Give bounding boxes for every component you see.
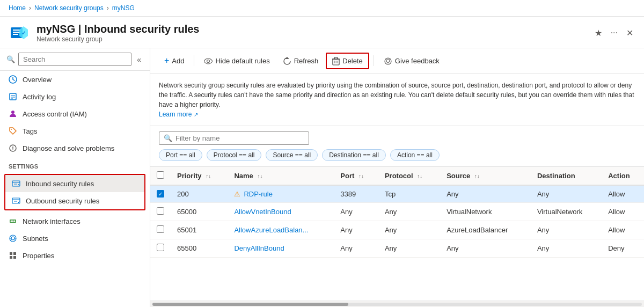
add-label: Add	[172, 57, 184, 65]
sidebar-item-activity-log[interactable]: Activity log	[0, 88, 150, 105]
sidebar-item-tags[interactable]: Tags	[0, 122, 150, 140]
settings-section-label: Settings	[0, 157, 150, 172]
row-checkbox-cell[interactable]	[150, 221, 171, 239]
breadcrumb-nsg[interactable]: Network security groups	[34, 4, 104, 12]
toolbar-divider-2	[374, 55, 374, 66]
select-all-header[interactable]	[150, 167, 171, 185]
sidebar-item-outbound-rules[interactable]: Outbound security rules	[5, 192, 144, 209]
sidebar-item-overview[interactable]: Overview	[0, 71, 150, 88]
cell-source: Any	[440, 239, 531, 257]
rule-name-link[interactable]: RDP-rule	[244, 190, 272, 198]
hide-default-rules-button[interactable]: Hide default rules	[199, 54, 275, 68]
col-header-name[interactable]: Name ↑↓	[228, 167, 334, 185]
hide-icon	[204, 56, 213, 65]
add-icon: +	[164, 56, 169, 65]
breadcrumb-home[interactable]: Home	[9, 4, 26, 12]
cell-name: DenyAllInBound	[228, 239, 334, 257]
svg-rect-30	[10, 252, 12, 255]
feedback-button[interactable]: Give feedback	[378, 54, 445, 68]
breadcrumb-mynsg[interactable]: myNSG	[112, 4, 135, 12]
rule-name-link[interactable]: AllowAzureLoadBalan...	[234, 226, 308, 234]
overview-icon	[9, 75, 17, 84]
refresh-label: Refresh	[294, 57, 319, 65]
hide-default-rules-label: Hide default rules	[215, 57, 269, 65]
sidebar-item-inbound-rules[interactable]: Inbound security rules	[5, 175, 144, 192]
cell-protocol: Any	[378, 202, 440, 221]
filter-tag-port[interactable]: Port == all	[159, 149, 202, 161]
col-header-action[interactable]: Action	[602, 167, 644, 185]
feedback-icon	[384, 56, 392, 65]
cell-priority: 200	[171, 185, 228, 203]
collapse-button[interactable]: «	[135, 54, 143, 65]
row-checkbox-checked[interactable]	[157, 190, 164, 198]
table-row[interactable]: 65500DenyAllInBoundAnyAnyAnyAnyDeny	[150, 239, 644, 257]
filter-tag-action[interactable]: Action == all	[390, 149, 440, 161]
inbound-rules-icon	[12, 179, 20, 188]
filter-tag-protocol[interactable]: Protocol == all	[207, 149, 262, 161]
add-button[interactable]: + Add	[159, 53, 189, 68]
sidebar-item-properties[interactable]: Properties	[0, 247, 150, 264]
feedback-label: Give feedback	[395, 57, 440, 65]
svg-point-42	[387, 63, 388, 64]
sidebar-item-access-control[interactable]: Access control (IAM)	[0, 105, 150, 122]
rule-name-link[interactable]: DenyAllInBound	[234, 244, 284, 252]
network-interfaces-icon	[9, 217, 17, 225]
horizontal-scrollbar[interactable]	[150, 301, 644, 307]
sidebar-item-inbound-rules-label: Inbound security rules	[26, 180, 94, 188]
search-input[interactable]	[18, 53, 131, 66]
row-checkbox-cell[interactable]	[150, 185, 171, 203]
rule-name-link[interactable]: AllowVnetInBound	[234, 208, 291, 216]
breadcrumb: Home › Network security groups › myNSG	[0, 0, 644, 17]
table-row[interactable]: 65000AllowVnetInBoundAnyAnyVirtualNetwor…	[150, 202, 644, 221]
content-area: + Add Hide default rules Refresh	[150, 48, 644, 307]
learn-more-link[interactable]: Learn more ↗	[159, 111, 198, 118]
delete-button[interactable]: Delete	[326, 53, 369, 69]
col-header-priority[interactable]: Priority ↑↓	[171, 167, 228, 185]
more-button[interactable]: ···	[609, 26, 620, 40]
cell-name: ⚠RDP-rule	[228, 185, 334, 203]
row-checkbox[interactable]	[157, 207, 164, 215]
cell-source: AzureLoadBalancer	[440, 221, 531, 239]
cell-name: AllowVnetInBound	[228, 202, 334, 221]
close-button[interactable]: ✕	[624, 26, 635, 40]
sidebar-item-diagnose[interactable]: Diagnose and solve problems	[0, 140, 150, 157]
toolbar-divider-1	[194, 55, 194, 66]
page-title: myNSG | Inbound security rules	[36, 23, 199, 35]
external-link-icon: ↗	[194, 112, 198, 118]
filter-input[interactable]	[175, 134, 304, 142]
cell-port: Any	[334, 202, 378, 221]
search-icon: 🔍	[6, 55, 15, 63]
sidebar-item-diagnose-label: Diagnose and solve problems	[23, 144, 114, 152]
sidebar-item-subnets[interactable]: Subnets	[0, 230, 150, 247]
filter-tag-source[interactable]: Source == all	[266, 149, 318, 161]
svg-rect-33	[13, 256, 16, 259]
table-row[interactable]: 200⚠RDP-rule3389TcpAnyAnyAllow	[150, 185, 644, 203]
cell-destination: Any	[531, 185, 602, 203]
row-checkbox-cell[interactable]	[150, 202, 171, 221]
col-header-destination[interactable]: Destination	[531, 167, 602, 185]
col-header-protocol[interactable]: Protocol ↑↓	[378, 167, 440, 185]
star-button[interactable]: ★	[592, 26, 604, 40]
sidebar-item-network-interfaces-label: Network interfaces	[23, 217, 80, 225]
col-header-port[interactable]: Port ↑↓	[334, 167, 378, 185]
table-row[interactable]: 65001AllowAzureLoadBalan...AnyAnyAzureLo…	[150, 221, 644, 239]
svg-point-25	[14, 221, 16, 222]
refresh-button[interactable]: Refresh	[277, 54, 324, 68]
sidebar-search-bar: 🔍 «	[0, 48, 150, 71]
scrollbar-thumb[interactable]	[152, 303, 348, 306]
filter-tag-destination[interactable]: Destination == all	[322, 149, 386, 161]
svg-rect-38	[334, 57, 338, 59]
select-all-checkbox[interactable]	[157, 171, 164, 179]
sidebar-item-outbound-rules-label: Outbound security rules	[26, 197, 99, 205]
svg-point-15	[12, 149, 13, 150]
row-checkbox[interactable]	[157, 225, 164, 233]
row-checkbox-cell[interactable]	[150, 239, 171, 257]
cell-priority: 65001	[171, 221, 228, 239]
sidebar-item-network-interfaces[interactable]: Network interfaces	[0, 213, 150, 230]
row-checkbox[interactable]	[157, 244, 164, 251]
col-header-source[interactable]: Source ↑↓	[440, 167, 531, 185]
sidebar-item-properties-label: Properties	[23, 252, 54, 260]
info-text: Network security group security rules ar…	[159, 82, 634, 108]
diagnose-icon	[9, 144, 17, 152]
info-section: Network security group security rules ar…	[150, 74, 644, 126]
